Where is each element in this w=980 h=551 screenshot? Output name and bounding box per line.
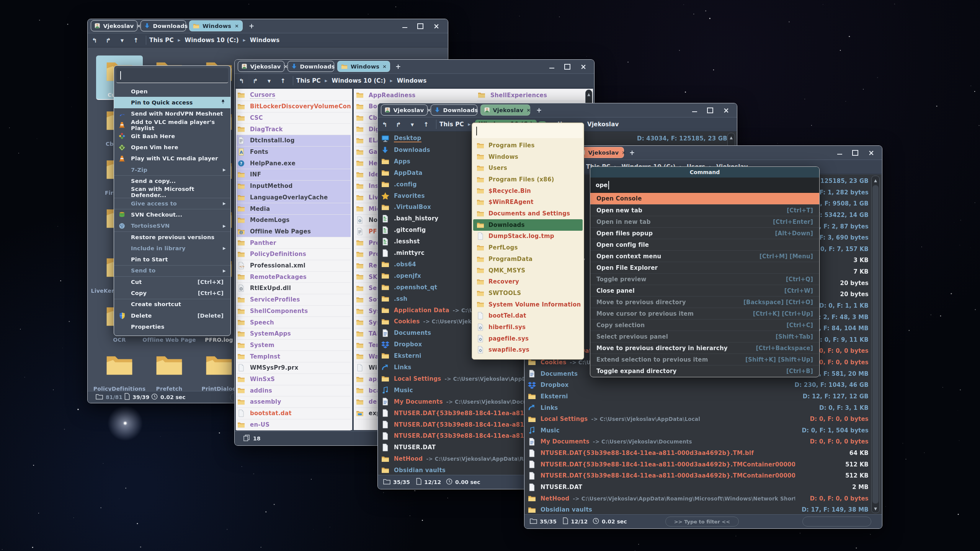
file-row[interactable]: Obsidian vaults — [527, 504, 795, 515]
breadcrumb-this-pc[interactable]: This PC — [296, 77, 321, 84]
palette-item[interactable]: Open new tab[Ctrl+T] — [590, 204, 819, 216]
scroll-up-icon[interactable]: ▲ — [728, 133, 735, 142]
window3-titlebar[interactable]: Vjekoslav×Downloads×Vjekoslav×+ × — [378, 103, 737, 117]
forward-icon[interactable]: ↱ — [101, 37, 115, 44]
folder-icon[interactable] — [105, 353, 134, 378]
up-icon[interactable]: ↑ — [419, 121, 433, 128]
dropdown-item[interactable]: bootTel.dat — [473, 310, 583, 322]
context-menu-item[interactable]: Pin to Start — [114, 254, 230, 265]
file-row[interactable]: ServiceProfiles — [237, 294, 351, 306]
tab-downloads[interactable]: Downloads× — [431, 104, 477, 116]
breadcrumb-this-pc[interactable]: This PC — [439, 121, 464, 128]
minimize-icon[interactable] — [402, 24, 407, 28]
history-dropdown-icon[interactable]: ▾ — [115, 37, 129, 44]
dropdown-item[interactable]: swapfile.sys — [473, 344, 583, 356]
dropdown-item[interactable]: DumpStack.log.tmp — [473, 231, 583, 242]
dropdown-item[interactable]: pagefile.sys — [473, 333, 583, 344]
scroll-up-icon[interactable]: ▲ — [586, 90, 592, 98]
dropdown-item[interactable]: Windows — [473, 151, 583, 163]
scrollbar-thumb[interactable] — [872, 185, 879, 504]
file-row[interactable]: Offline Web Pages — [237, 226, 351, 237]
context-menu-item[interactable]: Cut[Ctrl+X] — [114, 276, 230, 287]
minimize-icon[interactable] — [549, 65, 554, 68]
up-icon[interactable]: ↑ — [276, 77, 290, 85]
dropdown-item[interactable]: Users — [473, 162, 583, 174]
file-row[interactable]: LanguageOverlayCache — [237, 192, 351, 203]
forward-icon[interactable]: ↱ — [248, 77, 262, 85]
tab-vjekoslav[interactable]: Vjekoslav× — [238, 61, 284, 72]
context-menu-item[interactable]: Properties — [114, 321, 230, 332]
maximize-icon[interactable] — [707, 108, 713, 113]
tab-close-icon[interactable]: × — [622, 150, 626, 155]
file-row[interactable]: NTUSER.DAT — [527, 481, 795, 493]
breadcrumb-windows[interactable]: Windows — [250, 37, 280, 44]
back-icon[interactable]: ↰ — [235, 77, 248, 85]
file-row[interactable]: WinSxS — [237, 374, 351, 385]
breadcrumb-windows-10-c-[interactable]: Windows 10 (C:) — [185, 37, 239, 44]
dropdown-filter-input[interactable] — [473, 124, 583, 138]
file-row[interactable]: DiagTrack — [237, 124, 351, 135]
context-menu-item[interactable]: Send to▶ — [114, 265, 230, 276]
tab-windows[interactable]: Windows× — [337, 61, 390, 72]
palette-item[interactable]: Move cursor to previous item[Ctrl+K] [Ct… — [590, 308, 819, 319]
tab-close-icon[interactable]: × — [382, 64, 387, 69]
up-icon[interactable]: ↑ — [129, 37, 143, 44]
file-row[interactable]: NTUSER.DAT{53b39e88-18c4-11ea-a811-000d3… — [527, 470, 795, 481]
file-row[interactable]: RemotePackages — [237, 271, 351, 283]
context-menu-item[interactable]: Include in library▶ — [114, 243, 230, 254]
tab-downloads[interactable]: Downloads× — [287, 61, 334, 72]
file-row[interactable]: assembly — [237, 396, 351, 408]
palette-item[interactable]: Move to previous directory in hierarchy[… — [590, 342, 819, 354]
window1-titlebar[interactable]: Vjekoslav×Downloads×Windows×+ × — [88, 19, 448, 33]
new-tab-button[interactable]: + — [533, 104, 545, 116]
file-row[interactable]: Speech — [237, 317, 351, 328]
context-menu-item[interactable]: Send with NordVPN Meshnet — [114, 108, 230, 119]
maximize-icon[interactable] — [417, 23, 423, 29]
file-row[interactable]: ShellExperiences — [477, 90, 588, 101]
breadcrumb-windows-10-c-[interactable]: Windows 10 (C:) — [332, 77, 386, 84]
scrollbar[interactable]: ▲ ▼ — [871, 176, 880, 513]
file-row[interactable]: DtcInstall.log — [237, 135, 351, 147]
tab-vjekoslav[interactable]: Vjekoslav× — [91, 20, 137, 31]
palette-item[interactable]: Open File Explorer — [590, 262, 819, 273]
back-icon[interactable]: ↰ — [378, 121, 392, 128]
file-row[interactable]: SystemApps — [237, 328, 351, 340]
context-menu-item[interactable]: VOpen Vim here — [114, 142, 230, 153]
tab-close-icon[interactable]: × — [235, 23, 239, 29]
context-menu-item[interactable]: 7-Zip▶ — [114, 164, 230, 175]
tab-close-icon[interactable]: × — [526, 107, 531, 113]
palette-item[interactable]: Open context menu[Ctrl+M] [Menu] — [590, 250, 819, 262]
file-row[interactable]: addins — [237, 385, 351, 396]
palette-item[interactable]: Toggle expand directory[Ctrl+B] — [590, 365, 819, 377]
file-row[interactable]: ?HelpPane.exe — [237, 158, 351, 169]
dropdown-item[interactable]: hiberfil.sys — [473, 321, 583, 333]
dropdown-item[interactable]: Program Files — [473, 140, 583, 151]
file-row[interactable]: CSC — [237, 112, 351, 124]
palette-item[interactable]: Select previous panel[Shift+Tab] — [590, 331, 819, 342]
palette-item[interactable]: Copy selection[Ctrl+C] — [590, 319, 819, 331]
context-menu-item[interactable]: Git Bash Here — [114, 130, 230, 142]
dropdown-item[interactable]: Program Files (x86) — [473, 174, 583, 185]
palette-item[interactable]: Open files popup[Alt+Down] — [590, 227, 819, 239]
file-row[interactable]: NetHood-> C:\Users\Vjekoslav\AppData\Roa… — [527, 493, 795, 504]
file-row[interactable]: NTUSER.DAT{53b39e88-18c4-11ea-a811-000d3… — [527, 459, 795, 470]
file-row[interactable]: NTUSER.DAT{53b39e88-18c4-11ea-a811-000d3… — [527, 447, 795, 459]
minimize-icon[interactable] — [837, 151, 842, 155]
context-menu-item[interactable]: Create shortcut — [114, 299, 230, 310]
folder-icon[interactable] — [205, 353, 233, 378]
folder-icon[interactable] — [155, 353, 183, 378]
window2-titlebar[interactable]: Vjekoslav×Downloads×Windows×+ × — [235, 60, 594, 73]
dropdown-item[interactable]: $WinREAgent — [473, 197, 583, 208]
breadcrumb-windows[interactable]: Windows — [397, 77, 427, 84]
context-menu-item[interactable]: Restore previous versions — [114, 231, 230, 243]
scroll-down-icon[interactable]: ▼ — [872, 504, 879, 513]
file-row[interactable]: Eksterni — [527, 391, 795, 402]
file-row[interactable]: INF — [237, 169, 351, 181]
palette-item[interactable]: Open Console — [590, 193, 819, 204]
breadcrumb-this-pc[interactable]: This PC — [149, 37, 174, 44]
dropdown-item[interactable]: System Volume Information — [473, 299, 583, 310]
file-row[interactable]: ShellComponents — [237, 305, 351, 317]
context-menu-filter-input[interactable] — [116, 68, 228, 83]
dropdown-item[interactable]: ProgramData — [473, 253, 583, 265]
history-dropdown-icon[interactable]: ▾ — [405, 121, 419, 128]
